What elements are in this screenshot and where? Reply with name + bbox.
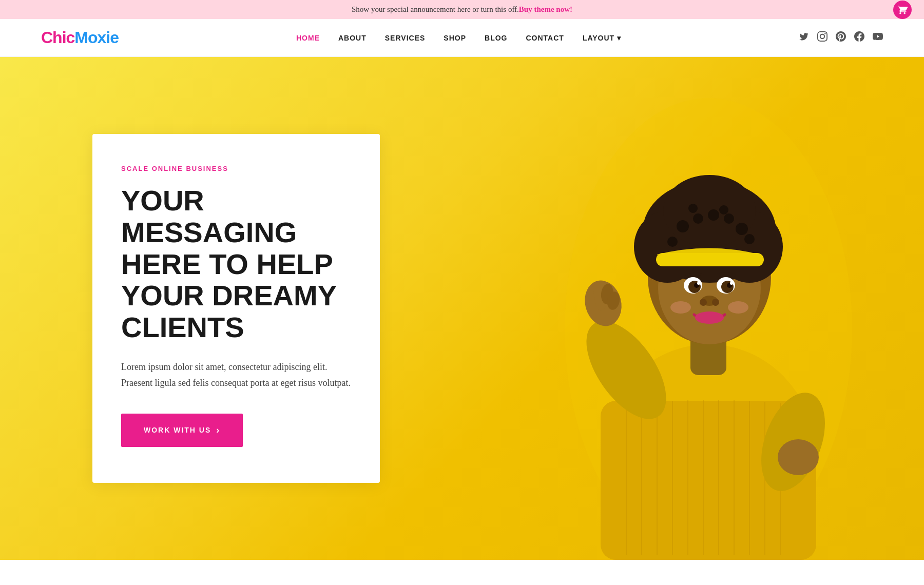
- nav-link-contact[interactable]: CONTACT: [526, 34, 564, 42]
- nav-link-blog[interactable]: BLOG: [485, 34, 507, 42]
- nav-item-shop[interactable]: SHOP: [444, 33, 466, 43]
- svg-point-44: [695, 311, 724, 324]
- nav-link-home[interactable]: HOME: [296, 34, 320, 42]
- svg-point-23: [677, 220, 689, 232]
- svg-point-28: [667, 237, 678, 247]
- svg-point-39: [697, 282, 700, 285]
- nav-item-services[interactable]: SERVICES: [385, 33, 426, 43]
- youtube-icon-link[interactable]: [873, 31, 883, 44]
- svg-point-26: [724, 213, 734, 224]
- twitter-icon: [799, 31, 809, 42]
- cta-arrow: ›: [216, 425, 220, 436]
- cart-icon: [897, 5, 908, 15]
- announcement-link[interactable]: Buy theme now!: [519, 5, 572, 14]
- nav-item-about[interactable]: ABOUT: [338, 33, 367, 43]
- hero-person-image: [462, 57, 924, 560]
- svg-point-42: [700, 299, 707, 306]
- youtube-icon: [873, 31, 883, 42]
- pinterest-icon: [836, 31, 846, 42]
- svg-point-30: [688, 204, 698, 213]
- nav-link-about[interactable]: ABOUT: [338, 34, 367, 42]
- cta-label: WORK WITH US: [144, 426, 211, 434]
- svg-point-46: [728, 301, 748, 314]
- svg-point-24: [693, 213, 703, 224]
- nav-link-shop[interactable]: SHOP: [444, 34, 466, 42]
- instagram-icon-link[interactable]: [817, 31, 827, 44]
- svg-point-31: [719, 205, 728, 215]
- cart-icon-button[interactable]: [893, 1, 912, 19]
- hero-headline: YOUR MESSAGING HERE TO HELP YOUR DREAMY …: [121, 185, 351, 343]
- nav-link-services[interactable]: SERVICES: [385, 34, 426, 42]
- nav-item-contact[interactable]: CONTACT: [526, 33, 564, 43]
- logo[interactable]: ChicMoxie: [41, 28, 119, 47]
- svg-point-43: [712, 299, 719, 306]
- svg-point-29: [744, 234, 755, 244]
- svg-rect-32: [656, 253, 764, 266]
- nav-link-layout[interactable]: LAYOUT ▾: [583, 34, 621, 42]
- nav-links: HOME ABOUT SERVICES SHOP BLOG CONTACT LA…: [296, 33, 621, 43]
- svg-point-22: [663, 175, 756, 247]
- facebook-icon-link[interactable]: [854, 31, 864, 44]
- hero-section: SCALE ONLINE BUSINESS YOUR MESSAGING HER…: [0, 57, 924, 560]
- announcement-text: Show your special announcement here or t…: [352, 5, 519, 14]
- svg-point-25: [708, 209, 719, 221]
- nav-item-home[interactable]: HOME: [296, 33, 320, 43]
- nav-item-layout[interactable]: LAYOUT ▾: [583, 34, 621, 42]
- hero-card: SCALE ONLINE BUSINESS YOUR MESSAGING HER…: [92, 134, 380, 482]
- twitter-icon-link[interactable]: [799, 31, 809, 44]
- social-icons: [799, 31, 883, 44]
- logo-chic: Chic: [41, 28, 74, 47]
- hero-eyebrow: SCALE ONLINE BUSINESS: [121, 165, 351, 172]
- person-svg: [513, 72, 873, 560]
- announcement-bar: Show your special announcement here or t…: [0, 0, 924, 19]
- svg-point-45: [670, 301, 691, 314]
- facebook-icon: [854, 31, 864, 42]
- svg-point-51: [778, 439, 819, 475]
- hero-body: Lorem ipsum dolor sit amet, consectetur …: [121, 359, 351, 391]
- pinterest-icon-link[interactable]: [836, 31, 846, 44]
- cta-button[interactable]: WORK WITH US ›: [121, 414, 243, 447]
- instagram-icon: [817, 31, 827, 42]
- svg-point-40: [730, 282, 733, 285]
- logo-moxie: Moxie: [74, 28, 119, 47]
- nav-item-blog[interactable]: BLOG: [485, 33, 507, 43]
- main-nav: ChicMoxie HOME ABOUT SERVICES SHOP BLOG …: [0, 19, 924, 57]
- svg-point-27: [736, 223, 748, 235]
